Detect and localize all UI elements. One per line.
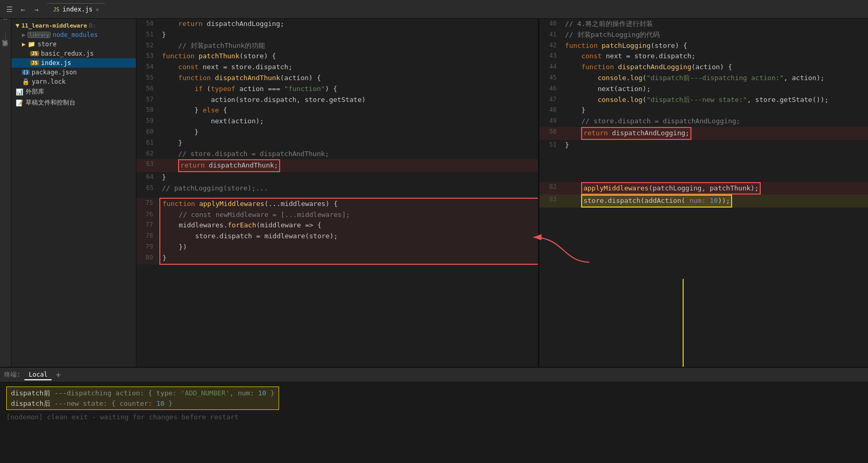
table-row: 42 function patchLogging(store) { [539, 41, 868, 52]
table-row: 55 function dispatchAndThunk(action) { [136, 73, 538, 84]
line-number: 75 [136, 198, 160, 210]
terminal-line-2: dispatch后 ---new state: { counter: 10 } [11, 398, 274, 409]
line-number: 83 [539, 195, 563, 208]
line-number: 50 [136, 19, 160, 30]
terminal-line-1: dispatch前 ---dispatching action: { type:… [11, 388, 274, 398]
line-code: } [160, 253, 538, 264]
sidebar-item-index-js[interactable]: JS index.js [11, 58, 136, 68]
js-badge-index: JS [30, 60, 39, 66]
left-icon-strip: 结构 收藏夹 [0, 19, 11, 367]
line-number: 56 [136, 84, 160, 95]
sidebar-item-yarn-lock[interactable]: 🔒 yarn.lock [11, 77, 136, 86]
sidebar-item-store[interactable]: ▶ 📁 store [11, 40, 136, 49]
table-row: 54 const next = store.dispatch; [136, 62, 538, 73]
line-code: }) [160, 242, 538, 253]
bar-chart-icon: 📊 [16, 88, 23, 96]
line-code: function dispatchAndLogging(action) { [563, 62, 868, 73]
store-folder-icon: 📁 [28, 41, 35, 48]
node-modules-label: node_modules [53, 31, 98, 38]
line-number: 58 [136, 105, 160, 116]
terminal-add-button[interactable]: + [56, 370, 61, 380]
line-code: store.dispatch = middleware(store); [160, 231, 538, 242]
line-number: 48 [539, 105, 563, 116]
line-number: 46 [539, 84, 563, 95]
table-row: 46 next(action); [539, 84, 868, 95]
right-code-table: 40 // 4.将之前的操作进行封装 41 // 封装patchLogging的… [539, 19, 868, 208]
tab-label: index.js [62, 6, 93, 13]
line-number: 53 [136, 51, 160, 62]
back-icon[interactable]: ← [18, 4, 28, 15]
tab-index-js[interactable]: JS index.js × [47, 3, 105, 15]
index-js-label: index.js [41, 59, 71, 67]
line-number: 60 [136, 127, 160, 138]
project-name-label: 11_learn-middleware [21, 22, 87, 29]
line-number: 61 [136, 138, 160, 149]
line-code: } [160, 138, 538, 149]
table-row: 52 // 封装patchThunk的功能 [136, 41, 538, 52]
line-code: function applyMiddlewares(...middlewares… [160, 198, 538, 210]
table-row: 49 // store.dispatch = dispatchAndLoggin… [539, 116, 868, 127]
right-editor[interactable]: 40 // 4.将之前的操作进行封装 41 // 封装patchLogging的… [539, 19, 868, 367]
table-row: 45 console.log("dispatch前---dispatching … [539, 73, 868, 84]
table-row: 48 } [539, 105, 868, 116]
line-number: 43 [539, 51, 563, 62]
line-code: return dispatchAndLogging; [160, 19, 538, 30]
line-number: 59 [136, 116, 160, 127]
yarn-lock-label: yarn.lock [32, 78, 66, 85]
line-number: 76 [136, 210, 160, 221]
line-number: 77 [136, 220, 160, 231]
drafts-label: 草稿文件和控制台 [26, 98, 76, 107]
line-number: 57 [136, 95, 160, 106]
terminal-tab-local[interactable]: Local [24, 370, 52, 380]
table-row: 79 }) [136, 242, 538, 253]
table-row: 56 if (typeof action === "function") { [136, 84, 538, 95]
sidebar-item-drafts[interactable]: 📝 草稿文件和控制台 [11, 97, 136, 108]
sidebar-item-node-modules[interactable]: ▶ library node_modules [11, 30, 136, 40]
table-row: 76 // const newMiddleware = [...middlewa… [136, 210, 538, 221]
main-area: 结构 收藏夹 ▼ 11_learn-middleware D: ▶ librar… [0, 19, 868, 367]
line-code: store.dispatch(addAction( num: 10)); [563, 195, 868, 208]
sidebar-item-external-lib[interactable]: 📊 外部库 [11, 86, 136, 97]
editor-area: 50 return dispatchAndLogging; 51 } 52 //… [136, 19, 868, 367]
line-code: // 封装patchThunk的功能 [160, 41, 538, 52]
structure-label[interactable]: 结构 [2, 22, 9, 27]
line-number: 47 [539, 95, 563, 106]
line-number: 50 [539, 127, 563, 140]
line-number: 45 [539, 73, 563, 84]
forward-icon[interactable]: → [31, 4, 42, 15]
table-row: 53 function patchThunk(store) { [136, 51, 538, 62]
library-badge: library [28, 32, 51, 38]
table-row: 50 return dispatchAndLogging; [136, 19, 538, 30]
line-code: console.log("dispatch前---dispatching act… [563, 73, 868, 84]
left-editor[interactable]: 50 return dispatchAndLogging; 51 } 52 //… [136, 19, 539, 367]
file-tree: ▼ 11_learn-middleware D: ▶ library node_… [11, 19, 136, 110]
sidebar-item-project[interactable]: ▼ 11_learn-middleware D: [11, 21, 136, 30]
sidebar-item-basic-redux[interactable]: JS basic_redux.js [11, 49, 136, 58]
line-number: 79 [136, 242, 160, 253]
table-row: 51 } [136, 30, 538, 41]
tab-close-button[interactable]: × [96, 7, 99, 12]
line-number: 65 [136, 183, 160, 194]
table-row: 83 store.dispatch(addAction( num: 10)); [539, 195, 868, 208]
line-number: 62 [136, 149, 160, 160]
line-code: function dispatchAndThunk(action) { [160, 73, 538, 84]
toolbar-icons: ☰ ← → [4, 4, 42, 15]
menu-icon[interactable]: ☰ [4, 4, 15, 15]
favorites-label[interactable]: 收藏夹 [2, 48, 9, 54]
editor-split: 50 return dispatchAndLogging; 51 } 52 //… [136, 19, 868, 367]
bottom-panel: 终端: Local + dispatch前 ---dispatching act… [0, 367, 868, 463]
table-row: 44 function dispatchAndLogging(action) { [539, 62, 868, 73]
line-code: function patchThunk(store) { [160, 51, 538, 62]
line-code: next(action); [160, 116, 538, 127]
table-row: 82 applyMiddlewares(patchLogging, patchT… [539, 182, 868, 195]
js-badge-basic: JS [30, 51, 39, 56]
line-number: 55 [136, 73, 160, 84]
line-code: // 4.将之前的操作进行封装 [563, 19, 868, 30]
line-number: 80 [136, 253, 160, 264]
table-row: 41 // 封装patchLogging的代码 [539, 30, 868, 41]
line-number: 63 [136, 159, 160, 172]
line-code: applyMiddlewares(patchLogging, patchThun… [563, 182, 868, 195]
line-code: // store.dispatch = dispatchAndThunk; [160, 149, 538, 160]
sidebar: ▼ 11_learn-middleware D: ▶ library node_… [11, 19, 136, 367]
sidebar-item-package-json[interactable]: {} package.json [11, 68, 136, 77]
